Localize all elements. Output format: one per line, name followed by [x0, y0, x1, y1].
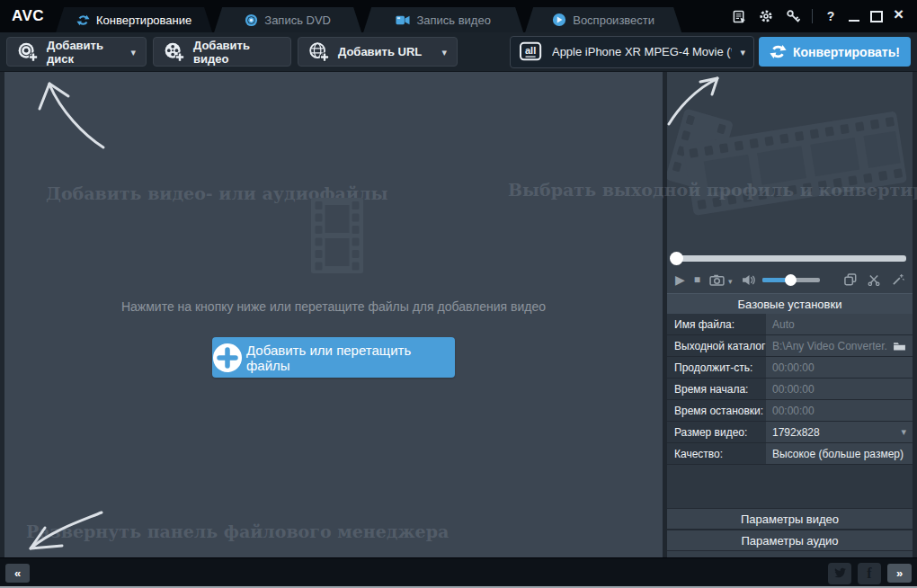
- profile-value: Apple iPhone XR MPEG-4 Movie (*.m...: [552, 45, 732, 58]
- chevron-down-icon[interactable]: [130, 45, 136, 58]
- convert-icon: [76, 13, 90, 27]
- hand-drawn-arrow: [669, 79, 717, 124]
- scissors-trim-icon[interactable]: [868, 274, 881, 286]
- title-bar: AVC Конвертирование Запись DVD Запись ви…: [0, 0, 917, 32]
- seek-slider[interactable]: [667, 250, 913, 266]
- table-row: Продолжит-сть: 00:00:00: [667, 357, 913, 378]
- tab-label: Воспроизвести: [573, 13, 654, 27]
- svg-text:all: all: [525, 45, 536, 56]
- twitter-button[interactable]: [828, 563, 851, 584]
- play-icon[interactable]: ▶: [675, 273, 685, 286]
- seek-track[interactable]: [673, 255, 906, 262]
- table-row: Имя файла: Auto: [667, 314, 913, 334]
- panel-bottom-pad: [667, 551, 913, 557]
- filename-field[interactable]: Auto: [766, 314, 913, 334]
- convert-button[interactable]: Конвертировать!: [759, 37, 911, 67]
- globe-plus-icon: [308, 41, 330, 63]
- watermark-file-manager: Развернуть панель файлового менеджера: [26, 521, 449, 541]
- chevron-down-icon[interactable]: [441, 45, 447, 58]
- tab-record-video[interactable]: Запись видео: [363, 7, 523, 32]
- volume-knob[interactable]: [785, 274, 797, 286]
- tab-burn-dvd[interactable]: Запись DVD: [214, 7, 361, 32]
- collapse-file-manager-button[interactable]: «: [5, 564, 30, 583]
- browse-folder-icon[interactable]: [893, 341, 906, 351]
- tab-label: Запись DVD: [264, 13, 331, 27]
- snapshot-menu-caret-icon[interactable]: [728, 272, 733, 288]
- play-circle-icon: [552, 13, 566, 27]
- output-panel: ▶ ■: [667, 72, 913, 557]
- edit-tools: [844, 273, 904, 286]
- snapshot-camera-icon[interactable]: [709, 274, 725, 286]
- output-folder-field[interactable]: B:\Any Video Converter...: [766, 335, 913, 356]
- film-reel-plus-icon: [164, 41, 185, 63]
- film-strip-graphic: [667, 72, 913, 250]
- volume-fill: [762, 278, 788, 282]
- table-row: Время начала: 00:00:00: [667, 379, 913, 399]
- tab-convert[interactable]: Конвертирование: [56, 7, 212, 32]
- chevron-down-icon[interactable]: [740, 45, 745, 58]
- setting-label: Выходной каталог:: [667, 335, 766, 356]
- tab-bar: Конвертирование Запись DVD Запись видео …: [56, 0, 683, 32]
- quality-select[interactable]: Высокое (больше размер): [766, 443, 913, 464]
- copy-clip-icon[interactable]: [844, 273, 857, 286]
- add-disc-label: Добавить диск: [47, 39, 122, 66]
- tab-label: Запись видео: [416, 13, 490, 27]
- tab-label: Конвертирование: [96, 13, 191, 27]
- seek-knob[interactable]: [670, 252, 683, 265]
- add-disc-button[interactable]: Добавить диск: [6, 37, 147, 67]
- app-logo: AVC: [0, 0, 56, 32]
- facebook-f-icon: f: [867, 566, 871, 582]
- add-url-label: Добавить URL: [338, 45, 422, 58]
- table-row: Выходной каталог: B:\Any Video Converter…: [667, 335, 913, 356]
- add-url-button[interactable]: Добавить URL: [298, 37, 458, 67]
- toolbar: Добавить диск Добавить видео Добавить UR…: [0, 32, 917, 72]
- plus-circle-icon: [212, 343, 243, 373]
- help-button[interactable]: ?: [824, 9, 838, 23]
- speaker-icon[interactable]: [742, 274, 757, 286]
- player-controls: ▶ ■: [667, 266, 913, 293]
- facebook-button[interactable]: f: [858, 563, 881, 584]
- app-window: AVC Конвертирование Запись DVD Запись ви…: [0, 0, 917, 588]
- minimize-button[interactable]: [849, 20, 859, 22]
- twitter-bird-icon: [833, 567, 847, 579]
- output-folder-value: B:\Any Video Converter...: [772, 340, 887, 352]
- table-row: Время остановки: 00:00:00: [667, 400, 913, 421]
- video-params-expander[interactable]: Параметры видео: [667, 508, 913, 530]
- expand-panel-button[interactable]: »: [887, 564, 912, 583]
- disc-icon: [245, 13, 258, 27]
- tab-play[interactable]: Воспроизвести: [525, 7, 681, 32]
- hand-drawn-arrows: [4, 72, 663, 557]
- setting-label: Продолжит-сть:: [667, 357, 766, 378]
- close-button[interactable]: [894, 10, 906, 22]
- preview-area: [667, 72, 913, 250]
- stop-time-field[interactable]: 00:00:00: [766, 400, 913, 421]
- stop-icon[interactable]: ■: [694, 274, 700, 285]
- all-profiles-icon: all: [519, 41, 544, 63]
- chevron-down-icon[interactable]: [901, 426, 906, 438]
- settings-gear-icon[interactable]: [758, 8, 774, 24]
- magic-wand-effects-icon[interactable]: [892, 273, 904, 286]
- titlebar-controls: ?: [731, 0, 917, 32]
- duration-field[interactable]: 00:00:00: [766, 357, 913, 378]
- audio-params-expander[interactable]: Параметры аудио: [667, 530, 913, 551]
- film-strip-icon: [299, 198, 375, 277]
- volume-slider[interactable]: [762, 278, 820, 282]
- maximize-button[interactable]: [870, 11, 883, 22]
- panel-filler: [667, 465, 913, 508]
- license-key-icon[interactable]: [785, 8, 801, 24]
- file-drop-area[interactable]: Добавить видео- или аудиофайлы Нажмите н…: [4, 72, 663, 557]
- log-document-icon[interactable]: [731, 8, 747, 24]
- settings-table: Имя файла: Auto Выходной каталог: B:\Any…: [667, 314, 913, 465]
- basic-settings-header: Базовые установки: [667, 293, 913, 314]
- setting-label: Время остановки:: [667, 400, 766, 421]
- start-time-field[interactable]: 00:00:00: [766, 379, 913, 399]
- add-files-label: Добавить или перетащить файлы: [246, 343, 455, 373]
- convert-label: Конвертировать!: [793, 45, 900, 59]
- add-video-button[interactable]: Добавить видео: [153, 37, 291, 67]
- setting-label: Размер видео:: [667, 422, 766, 442]
- output-profile-select[interactable]: all Apple iPhone XR MPEG-4 Movie (*.m...: [510, 36, 754, 68]
- camcorder-icon: [396, 14, 410, 26]
- video-size-select[interactable]: 1792x828: [766, 422, 913, 442]
- setting-label: Время начала:: [667, 379, 766, 399]
- add-files-button[interactable]: Добавить или перетащить файлы: [212, 337, 455, 378]
